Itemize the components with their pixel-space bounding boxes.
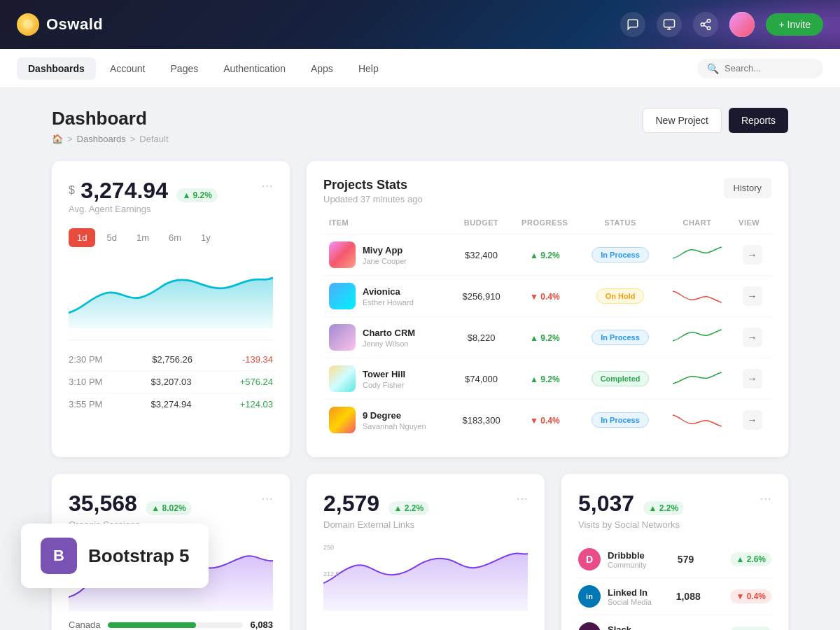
budget-avionica: $256,910 [452,276,511,317]
search-bar: 🔍 [697,59,823,78]
svg-line-6 [704,25,708,27]
nav-item-authentication[interactable]: Authentication [212,57,297,80]
linkedin-name: Linked In [608,587,652,598]
thumb-tower [329,365,356,392]
progress-tower: ▲ 9.2% [510,358,579,400]
user-avatar[interactable] [729,12,755,37]
view-avionica: → [733,276,771,317]
col-view: VIEW [733,218,771,234]
domain-badge: ▲ 2.2% [388,501,430,515]
social-value-area: 5,037 ▲ 2.2% [578,491,684,517]
view-button-tower[interactable]: → [743,369,762,388]
new-project-button[interactable]: New Project [643,108,722,133]
sessions-more-icon[interactable]: ··· [261,491,273,505]
social-badge: ▲ 2.2% [643,501,685,515]
reports-button[interactable]: Reports [729,108,788,133]
nav-item-apps[interactable]: Apps [300,57,344,80]
share-icon[interactable] [693,12,718,37]
status-mivy: In Process [579,234,662,276]
sessions-value-area: 35,568 ▲ 8.02% [69,491,192,517]
chart-9degree [662,400,733,441]
project-info-avionica: Avionica Esther Howard [363,286,414,307]
change-2: +576.24 [240,377,273,387]
thumb-9degree [329,407,356,433]
domain-number: 2,579 [323,491,379,516]
time-filter-1d[interactable]: 1d [69,228,95,247]
page-header: Dashboard 🏠 > Dashboards > Default New P… [52,108,788,144]
domain-more-icon[interactable]: ··· [516,491,528,505]
nav-item-pages[interactable]: Pages [160,57,210,80]
project-sub-avionica: Esther Howard [363,298,414,307]
dribbble-info: D Dribbble Community [578,548,647,570]
page-title-area: Dashboard 🏠 > Dashboards > Default [52,108,169,144]
budget-9degree: $183,300 [452,400,511,441]
change-1: -139.34 [242,354,273,365]
status-avionica: On Hold [579,276,662,317]
chart-tower [662,358,733,400]
sessions-header: 35,568 ▲ 8.02% ··· [69,491,273,517]
change-3: +124.03 [240,399,273,410]
bootstrap-badge: B Bootstrap 5 [21,524,209,588]
search-input[interactable] [724,63,813,74]
project-sub-mivy: Jane Cooper [363,257,407,265]
view-button-mivy[interactable]: → [743,245,762,265]
notification-icon[interactable] [620,12,645,37]
main-cards-row: $ 3,274.94 ▲ 9.2% Avg. Agent Earnings ··… [52,161,788,457]
earnings-label: Avg. Agent Earnings [69,204,218,214]
dribbble-type: Community [608,561,647,569]
domain-card: 2,579 ▲ 2.2% ··· Domain External Links [307,474,545,630]
project-info-9degree: 9 Degree Savannah Nguyen [363,410,426,430]
chart-charto [662,317,733,358]
bootstrap-text: Bootstrap 5 [88,545,189,567]
sessions-number: 35,568 [69,491,137,516]
time-filter-1y[interactable]: 1y [192,228,219,247]
nav-item-help[interactable]: Help [347,57,390,80]
earnings-row-2: 3:10 PM $3,207.03 +576.24 [69,371,273,393]
progress-9degree: ▼ 0.4% [510,400,579,441]
nav-item-dashboards[interactable]: Dashboards [17,57,96,80]
history-button[interactable]: History [724,178,771,198]
social-row-dribbble: D Dribbble Community 579 ▲ 2.6% [578,541,771,578]
col-chart: CHART [662,218,733,234]
view-button-charto[interactable]: → [743,328,762,347]
project-name-charto: Charto CRM [363,328,415,338]
projects-card: Projects Stats Updated 37 minutes ago Hi… [307,161,788,457]
budget-mivy: $32,400 [452,234,511,276]
status-9degree: In Process [579,400,662,441]
monitor-icon[interactable] [657,12,682,37]
breadcrumb-dashboards[interactable]: Dashboards [77,134,126,144]
time-filter-6m[interactable]: 6m [160,228,190,247]
table-row: Mivy App Jane Cooper $32,400 ▲ 9.2% In P… [323,234,771,276]
time-filters: 1d 5d 1m 6m 1y [69,228,273,247]
col-status: STATUS [579,218,662,234]
thumb-mivy [329,241,356,268]
invite-button[interactable]: + Invite [766,13,823,36]
project-item-avionica: Avionica Esther Howard [329,283,447,309]
domain-value-area: 2,579 ▲ 2.2% [323,491,429,517]
earnings-header: $ 3,274.94 ▲ 9.2% Avg. Agent Earnings ··… [69,178,273,225]
linkedin-text: Linked In Social Media [608,587,652,606]
view-button-avionica[interactable]: → [743,286,762,306]
time-2: 3:10 PM [69,377,102,387]
col-budget: BUDGET [452,218,511,234]
projects-title-area: Projects Stats Updated 37 minutes ago [323,178,423,204]
domain-chart: 250 212.5 [323,541,528,611]
time-filter-5d[interactable]: 5d [98,228,125,247]
slack-badge: ▲ 0.2% [730,626,771,630]
earnings-data-rows: 2:30 PM $2,756.26 -139.34 3:10 PM $3,207… [69,340,273,415]
view-charto: → [733,317,771,358]
more-options-icon[interactable]: ··· [261,178,273,192]
progress-charto: ▲ 9.2% [510,317,579,358]
col-progress: PROGRESS [510,218,579,234]
project-name-avionica: Avionica [363,286,414,297]
social-more-icon[interactable]: ··· [760,491,771,505]
earnings-row-3: 3:55 PM $3,274.94 +124.03 [69,393,273,415]
view-button-9degree[interactable]: → [743,410,762,430]
svg-line-7 [704,22,708,24]
time-1: 2:30 PM [69,354,102,365]
earnings-number: 3,274.94 [80,178,168,203]
time-filter-1m[interactable]: 1m [128,228,158,247]
col-item: ITEM [323,218,452,234]
svg-text:212.5: 212.5 [323,570,340,578]
nav-item-account[interactable]: Account [99,57,157,80]
